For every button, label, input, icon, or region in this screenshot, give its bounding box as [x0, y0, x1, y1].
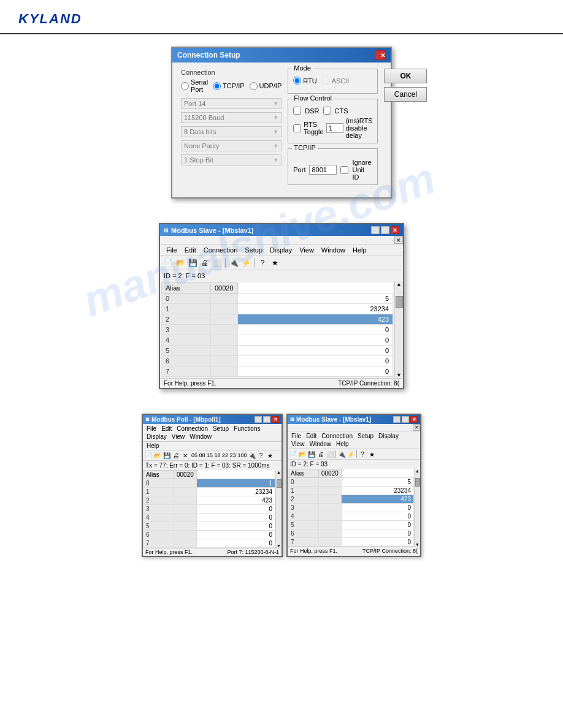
- menu-functions[interactable]: Functions: [231, 425, 262, 433]
- about-icon[interactable]: ★: [269, 257, 280, 268]
- menu-connection[interactable]: Connection: [200, 246, 242, 254]
- print-icon[interactable]: 🖨: [199, 257, 210, 268]
- about-icon[interactable]: ★: [266, 451, 275, 460]
- cancel-button[interactable]: Cancel: [384, 87, 427, 102]
- tcpip-radio[interactable]: [213, 82, 221, 90]
- stopbit-dropdown[interactable]: 1 Stop Bit ▼: [181, 154, 282, 165]
- minimize-icon[interactable]: _: [371, 226, 380, 234]
- print-icon[interactable]: 🖨: [172, 451, 180, 460]
- menu-edit[interactable]: Edit: [304, 432, 319, 440]
- menu-help[interactable]: Help: [144, 442, 162, 450]
- new-icon[interactable]: 📄: [144, 451, 153, 460]
- value-cell[interactable]: 423: [341, 495, 413, 504]
- menu-window[interactable]: Window: [318, 246, 349, 254]
- vertical-scrollbar[interactable]: ▲ ▼: [394, 281, 403, 378]
- print-icon[interactable]: 🖨: [316, 450, 325, 458]
- help-icon[interactable]: ?: [358, 450, 367, 458]
- save-icon[interactable]: 💾: [187, 257, 198, 268]
- value-cell[interactable]: 423: [237, 314, 393, 325]
- new-icon[interactable]: 📄: [289, 450, 297, 458]
- scroll-up-icon[interactable]: ▲: [415, 469, 419, 473]
- tcpip-option[interactable]: TCP/IP: [213, 82, 244, 90]
- menu-view[interactable]: View: [289, 440, 307, 448]
- menu-display[interactable]: Display: [376, 432, 401, 440]
- new-icon[interactable]: 📄: [163, 257, 174, 268]
- maximize-icon[interactable]: □: [381, 226, 389, 234]
- connect-icon[interactable]: 🔌: [228, 257, 239, 268]
- menu-connection[interactable]: Connection: [319, 432, 355, 440]
- ascii-option[interactable]: ASCII: [322, 77, 350, 85]
- minimize-icon[interactable]: _: [255, 416, 262, 423]
- menu-display[interactable]: Display: [266, 246, 296, 254]
- disconnect-icon[interactable]: ⚡: [240, 257, 251, 268]
- menu-view[interactable]: View: [169, 433, 188, 441]
- serial-port-radio[interactable]: [181, 82, 189, 90]
- udpip-option[interactable]: UDP/IP: [250, 82, 282, 90]
- scroll-down-icon[interactable]: ▼: [396, 372, 402, 378]
- scroll-up-icon[interactable]: ▲: [277, 470, 281, 474]
- menu-view[interactable]: View: [296, 246, 318, 254]
- menu-connection[interactable]: Connection: [174, 425, 210, 433]
- about-icon[interactable]: ★: [367, 450, 376, 458]
- databits-dropdown[interactable]: 8 Data bits ▼: [181, 126, 282, 137]
- ascii-radio[interactable]: [322, 77, 330, 85]
- properties-icon[interactable]: ⬜: [212, 257, 223, 268]
- disconnect-icon[interactable]: ⚡: [347, 450, 355, 458]
- ignore-unit-checkbox[interactable]: [340, 166, 348, 174]
- menu-edit[interactable]: Edit: [181, 246, 200, 254]
- port-dropdown[interactable]: Port 14 ▼: [181, 98, 282, 109]
- inner-close-icon[interactable]: ✕: [394, 236, 403, 244]
- rts-value-input[interactable]: [326, 123, 343, 133]
- open-icon[interactable]: 📂: [175, 257, 186, 268]
- maximize-icon[interactable]: □: [402, 416, 409, 423]
- connect-icon[interactable]: 🔌: [248, 451, 256, 460]
- scroll-thumb[interactable]: [277, 479, 282, 488]
- serial-port-option[interactable]: Serial Port: [181, 78, 208, 93]
- help-icon[interactable]: ?: [257, 451, 266, 460]
- menu-help[interactable]: Help: [334, 440, 351, 448]
- rtu-option[interactable]: RTU: [293, 77, 316, 85]
- menu-window[interactable]: Window: [307, 440, 334, 448]
- port-num-input[interactable]: [309, 165, 337, 175]
- minimize-icon[interactable]: _: [393, 416, 400, 423]
- menu-setup[interactable]: Setup: [355, 432, 376, 440]
- rts-toggle-checkbox[interactable]: [293, 124, 301, 132]
- udpip-radio[interactable]: [250, 82, 258, 90]
- menu-edit[interactable]: Edit: [159, 425, 174, 433]
- save-icon[interactable]: 💾: [163, 451, 171, 460]
- scroll-thumb[interactable]: [415, 478, 420, 487]
- value-cell[interactable]: 1: [196, 479, 275, 488]
- baud-dropdown[interactable]: 115200 Baud ▼: [181, 112, 282, 123]
- menu-window[interactable]: Window: [187, 433, 214, 441]
- scroll-thumb[interactable]: [396, 296, 403, 308]
- save-icon[interactable]: 💾: [307, 450, 316, 458]
- inner-close-icon[interactable]: ✕: [413, 424, 420, 431]
- connect-icon[interactable]: 🔌: [337, 450, 346, 458]
- slave2-scrollbar[interactable]: ▲ ▼: [414, 469, 420, 547]
- scroll-up-icon[interactable]: ▲: [396, 281, 402, 287]
- maximize-icon[interactable]: □: [263, 416, 270, 423]
- menu-file[interactable]: File: [289, 432, 304, 440]
- menu-setup[interactable]: Setup: [241, 246, 266, 254]
- poll-scrollbar[interactable]: ▲ ▼: [275, 470, 282, 548]
- rtu-radio[interactable]: [293, 77, 301, 85]
- delete-icon[interactable]: ✕: [181, 451, 190, 460]
- parity-dropdown[interactable]: None Parity ▼: [181, 140, 282, 151]
- menu-file[interactable]: File: [144, 425, 159, 433]
- close-icon[interactable]: ✕: [391, 226, 399, 234]
- open-icon[interactable]: 📂: [298, 450, 307, 458]
- scroll-down-icon[interactable]: ▼: [277, 544, 281, 548]
- help-icon[interactable]: ?: [257, 257, 268, 268]
- properties-icon[interactable]: ⬜: [326, 450, 334, 458]
- ok-button[interactable]: OK: [384, 69, 427, 83]
- close-icon[interactable]: ✕: [272, 416, 279, 423]
- scroll-down-icon[interactable]: ▼: [415, 542, 419, 547]
- menu-help[interactable]: Help: [349, 246, 370, 254]
- open-icon[interactable]: 📂: [153, 451, 162, 460]
- dsr-checkbox[interactable]: [293, 107, 301, 115]
- menu-setup[interactable]: Setup: [210, 425, 231, 433]
- close-icon[interactable]: ✕: [375, 50, 386, 60]
- cts-checkbox[interactable]: [323, 107, 331, 115]
- menu-file[interactable]: File: [163, 246, 181, 254]
- close-icon[interactable]: ✕: [410, 416, 418, 423]
